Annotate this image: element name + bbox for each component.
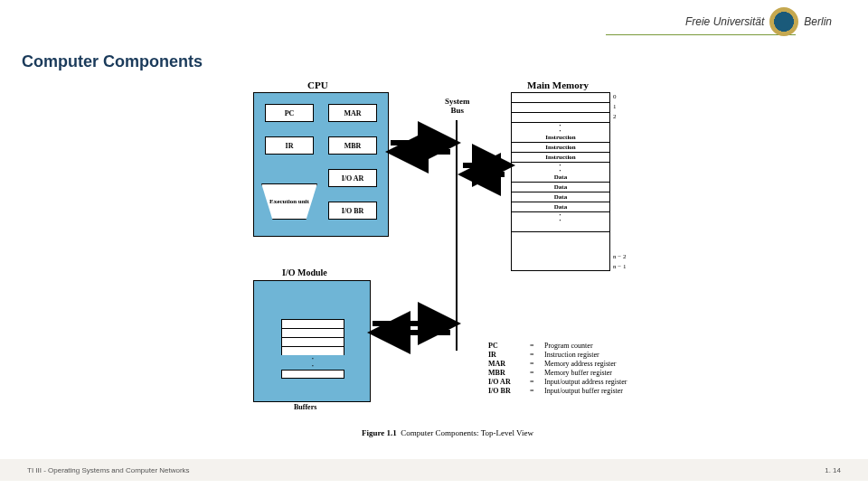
- legend-row: MAR=Memory address register: [488, 360, 627, 369]
- figure-number: Figure 1.1: [362, 428, 397, 437]
- university-seal-icon: [769, 7, 798, 36]
- page-title: Computer Components: [22, 52, 203, 71]
- legend-row: I/O AR=Input/output address register: [488, 378, 627, 387]
- legend-row: IR=Instruction register: [488, 351, 627, 360]
- footer-left: TI III - Operating Systems and Computer …: [27, 466, 190, 474]
- university-name: Freie Universität: [685, 15, 764, 28]
- legend-row: MBR=Memory buffer register: [488, 369, 627, 378]
- diagram: CPU PC MAR IR MBR I/O AR I/O BR Executio…: [253, 80, 687, 441]
- figure-caption: Figure 1.1 Computer Components: Top-Leve…: [362, 428, 533, 437]
- uni-berlin: Berlin: [804, 15, 832, 28]
- uni-univ: Universität: [713, 15, 765, 28]
- footer-right: 1. 14: [825, 466, 841, 474]
- university-logo: Freie Universität Berlin: [685, 7, 832, 36]
- uni-freie: Freie: [685, 15, 710, 28]
- legend-row: I/O BR=Input/output buffer register: [488, 387, 627, 396]
- footer: TI III - Operating Systems and Computer …: [0, 459, 868, 481]
- figure-title: Computer Components: Top-Level View: [401, 428, 533, 437]
- legend-row: PC=Program counter: [488, 342, 627, 351]
- legend: PC=Program counter IR=Instruction regist…: [488, 342, 627, 396]
